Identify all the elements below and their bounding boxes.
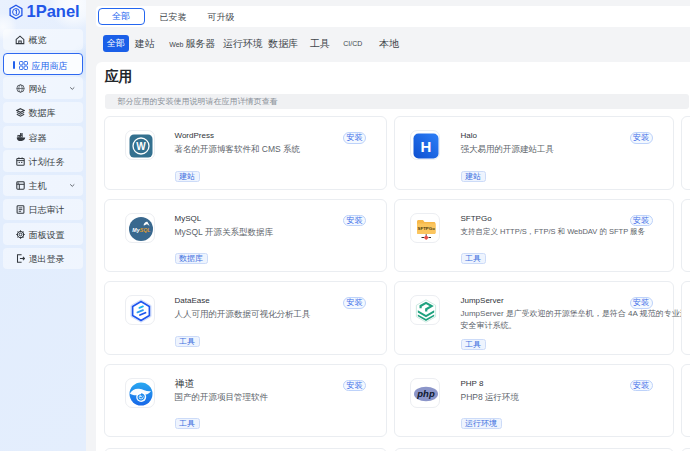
svg-text:MySQL: MySQL <box>132 227 150 233</box>
svg-text:W: W <box>136 141 146 152</box>
svg-text:H: H <box>420 138 431 155</box>
svg-text:SFTPGo: SFTPGo <box>417 226 435 231</box>
svg-text:php: php <box>416 388 435 399</box>
